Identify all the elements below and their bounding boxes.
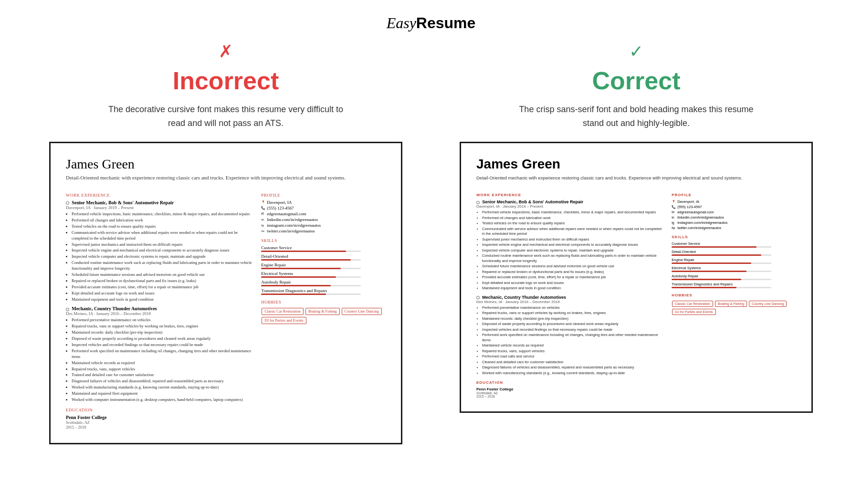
logo-resume: Resume bbox=[416, 14, 476, 32]
correct-edu-location: Scottsdale, AZ bbox=[476, 391, 663, 395]
incorrect-skills-title: SKILLS bbox=[261, 238, 386, 243]
page: EasyResume ✗ Incorrect The decorative cu… bbox=[0, 0, 862, 444]
correct-job-1-location: Davenport, IA · January 2019 – Present bbox=[476, 204, 663, 209]
correct-edu-years: 2015 – 2018 bbox=[476, 395, 663, 398]
incorrect-mark-icon: ✗ bbox=[219, 42, 233, 62]
incorrect-label: Incorrect bbox=[173, 66, 279, 95]
incorrect-job-1-location: Davenport, IA · January 2019 – Present bbox=[66, 205, 252, 210]
correct-instagram-icon: ig bbox=[672, 221, 675, 225]
incorrect-description: The decorative cursive font makes this r… bbox=[106, 103, 345, 130]
phone-icon: 📞 bbox=[261, 206, 265, 210]
correct-job-2-location: Des Moines, IA · January 2016 – December… bbox=[476, 300, 663, 304]
incorrect-resume-preview: James Green Detail-Oriented mechanic wit… bbox=[49, 142, 402, 444]
incorrect-job-1-bullets: Performed vehicle inspections, basic mai… bbox=[66, 211, 252, 302]
correct-skill-6: Transmission Diagnostics and Repairs bbox=[672, 282, 796, 288]
correct-job-2-title: Mechanic, Country Thunder Automotives bbox=[482, 295, 566, 300]
correct-job-1: Senior Mechanic, Bob & Sons' Automotive … bbox=[476, 200, 663, 291]
incorrect-edu-school: Penn Foster College bbox=[66, 415, 252, 420]
incorrect-edu-years: 2015 – 2018 bbox=[66, 425, 252, 430]
correct-label: Correct bbox=[592, 66, 681, 95]
correct-skill-5: Autobody Repair bbox=[672, 274, 796, 280]
incorrect-hobbies-title: HOBBIES bbox=[261, 300, 386, 304]
incorrect-resume-main: WORK EXPERIENCE Senior Mechanic, Bob & S… bbox=[66, 188, 252, 430]
correct-job-1-bullets: Performed vehicle inspections, basic mai… bbox=[476, 210, 663, 291]
incorrect-skill-1: Customer Service bbox=[261, 245, 386, 252]
correct-skill-3: Engine Repair bbox=[672, 258, 796, 264]
correct-skills-title: SKILLS bbox=[672, 235, 796, 239]
correct-column: ✓ Correct The crisp sans-serif font and … bbox=[441, 42, 832, 444]
correct-linkedin-icon: in bbox=[672, 216, 675, 220]
correct-profile-title: PROFILE bbox=[672, 193, 796, 197]
correct-edu-school: Penn Foster College bbox=[476, 387, 663, 391]
incorrect-skill-4: Electrical Systems bbox=[261, 271, 386, 278]
incorrect-resume-name: James Green bbox=[66, 157, 386, 172]
correct-description: The crisp sans-serif font and bold headi… bbox=[517, 103, 756, 130]
incorrect-job-1: Senior Mechanic, Bob & Sons' Automotive … bbox=[66, 200, 252, 302]
incorrect-skill-2: Detail-Oriented bbox=[261, 254, 386, 261]
correct-skill-1: Customer Service bbox=[672, 242, 796, 248]
correct-twitter-icon: tw bbox=[672, 226, 675, 230]
location-icon: 📍 bbox=[261, 200, 265, 204]
correct-resume-summary: Detail-Oriented mechanic with experience… bbox=[476, 175, 796, 182]
correct-resume-main: WORK EXPERIENCE Senior Mechanic, Bob & S… bbox=[476, 188, 663, 398]
header: EasyResume bbox=[0, 0, 862, 42]
correct-work-exp-title: WORK EXPERIENCE bbox=[476, 193, 663, 197]
comparison: ✗ Incorrect The decorative cursive font … bbox=[0, 42, 862, 444]
incorrect-job-2-title: Mechanic, Country Thunder Automotives bbox=[72, 306, 157, 311]
correct-education-title: EDUCATION bbox=[476, 380, 663, 385]
incorrect-job-2-location: Des Moines, IA · January 2016 – December… bbox=[66, 311, 252, 316]
logo-easy: Easy bbox=[387, 14, 416, 32]
incorrect-profile-title: PROFILE bbox=[261, 193, 386, 198]
correct-job-1-title: Senior Mechanic, Bob & Sons' Automotive … bbox=[482, 200, 583, 204]
correct-hobbies-list: Classic Car Restoration Boating & Fishin… bbox=[672, 300, 796, 316]
correct-job-2-bullets: Performed preventative maintenance on ve… bbox=[476, 305, 663, 376]
correct-job-2: Mechanic, Country Thunder Automotives De… bbox=[476, 295, 663, 376]
incorrect-resume-side: PROFILE 📍Davenport, IA 📞(555) 123-4567 ✉… bbox=[261, 188, 386, 430]
incorrect-hobbies-list: Classic Car Restoration Boating & Fishin… bbox=[261, 307, 386, 325]
correct-skill-4: Electrical Systems bbox=[672, 266, 796, 272]
correct-resume-side: PROFILE 📍Davenport, IA 📞(555) 123-4567 ✉… bbox=[672, 188, 796, 398]
email-icon: ✉ bbox=[261, 212, 265, 216]
correct-resume-name: James Green bbox=[476, 157, 796, 172]
incorrect-education-title: EDUCATION bbox=[66, 408, 252, 412]
incorrect-resume-summary: Detail-Oriented mechanic with experience… bbox=[66, 174, 386, 182]
instagram-icon: ig bbox=[261, 223, 265, 227]
incorrect-job-1-title: Senior Mechanic, Bob & Sons' Automotive … bbox=[72, 200, 174, 205]
incorrect-edu-detail: Scottsdale, AZ bbox=[66, 420, 252, 425]
logo: EasyResume bbox=[0, 14, 862, 32]
twitter-icon: tw bbox=[261, 229, 265, 233]
correct-skill-2: Detail-Oriented bbox=[672, 250, 796, 256]
incorrect-job-2-bullets: Performed preventative maintenance on ve… bbox=[66, 317, 252, 402]
incorrect-skill-3: Engine Repair bbox=[261, 262, 386, 269]
incorrect-skill-6: Transmission Diagnostics and Repairs bbox=[261, 288, 386, 295]
correct-phone-icon: 📞 bbox=[672, 205, 675, 209]
correct-resume-preview: James Green Detail-Oriented mechanic wit… bbox=[460, 142, 813, 413]
incorrect-work-exp-title: WORK EXPERIENCE bbox=[66, 193, 252, 198]
incorrect-column: ✗ Incorrect The decorative cursive font … bbox=[30, 42, 421, 444]
correct-hobbies-title: HOBBIES bbox=[672, 293, 796, 297]
incorrect-skill-5: Autobody Repair bbox=[261, 280, 386, 286]
correct-email-icon: ✉ bbox=[672, 210, 675, 214]
correct-mark-icon: ✓ bbox=[629, 42, 643, 62]
linkedin-icon: in bbox=[261, 218, 265, 221]
incorrect-job-2: Mechanic, Country Thunder Automotives De… bbox=[66, 306, 252, 402]
correct-location-icon: 📍 bbox=[672, 200, 675, 204]
